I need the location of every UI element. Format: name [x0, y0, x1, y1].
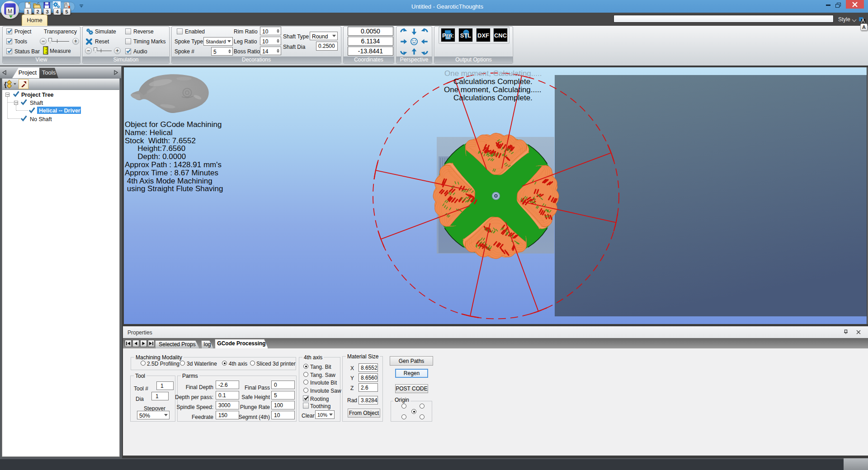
- svg-text:{: {: [4, 80, 7, 88]
